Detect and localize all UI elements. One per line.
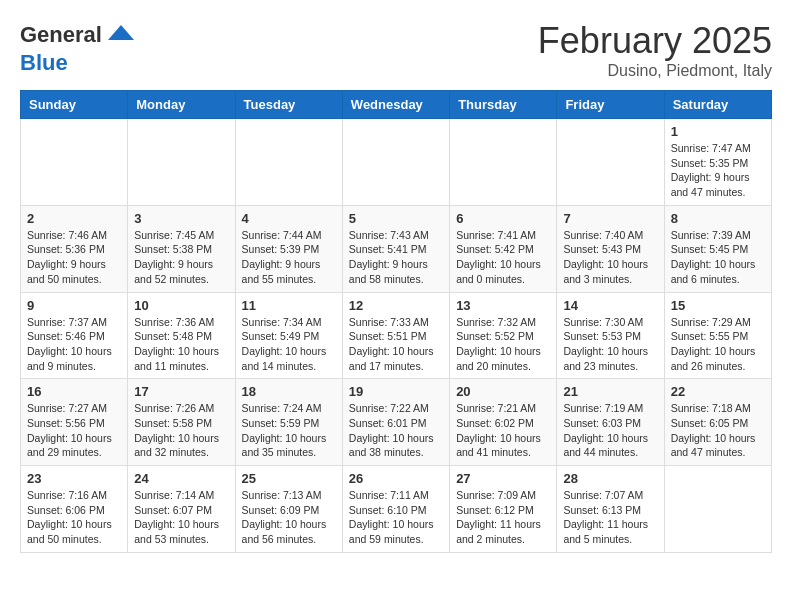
- calendar-cell: [21, 119, 128, 206]
- day-info: Sunrise: 7:26 AM Sunset: 5:58 PM Dayligh…: [134, 401, 228, 460]
- calendar-cell: 13Sunrise: 7:32 AM Sunset: 5:52 PM Dayli…: [450, 292, 557, 379]
- calendar-cell: 10Sunrise: 7:36 AM Sunset: 5:48 PM Dayli…: [128, 292, 235, 379]
- calendar-week-row: 2Sunrise: 7:46 AM Sunset: 5:36 PM Daylig…: [21, 205, 772, 292]
- day-number: 1: [671, 124, 765, 139]
- calendar-cell: [450, 119, 557, 206]
- day-info: Sunrise: 7:24 AM Sunset: 5:59 PM Dayligh…: [242, 401, 336, 460]
- day-info: Sunrise: 7:30 AM Sunset: 5:53 PM Dayligh…: [563, 315, 657, 374]
- calendar-week-row: 9Sunrise: 7:37 AM Sunset: 5:46 PM Daylig…: [21, 292, 772, 379]
- day-number: 3: [134, 211, 228, 226]
- day-number: 10: [134, 298, 228, 313]
- day-number: 21: [563, 384, 657, 399]
- day-info: Sunrise: 7:33 AM Sunset: 5:51 PM Dayligh…: [349, 315, 443, 374]
- weekday-header-tuesday: Tuesday: [235, 91, 342, 119]
- calendar-cell: 2Sunrise: 7:46 AM Sunset: 5:36 PM Daylig…: [21, 205, 128, 292]
- logo-icon: [106, 20, 136, 50]
- calendar-cell: 1Sunrise: 7:47 AM Sunset: 5:35 PM Daylig…: [664, 119, 771, 206]
- day-number: 26: [349, 471, 443, 486]
- calendar-cell: 9Sunrise: 7:37 AM Sunset: 5:46 PM Daylig…: [21, 292, 128, 379]
- calendar-cell: 4Sunrise: 7:44 AM Sunset: 5:39 PM Daylig…: [235, 205, 342, 292]
- day-number: 18: [242, 384, 336, 399]
- calendar-week-row: 23Sunrise: 7:16 AM Sunset: 6:06 PM Dayli…: [21, 466, 772, 553]
- day-number: 6: [456, 211, 550, 226]
- calendar-cell: 5Sunrise: 7:43 AM Sunset: 5:41 PM Daylig…: [342, 205, 449, 292]
- weekday-header-monday: Monday: [128, 91, 235, 119]
- day-number: 8: [671, 211, 765, 226]
- calendar-cell: 17Sunrise: 7:26 AM Sunset: 5:58 PM Dayli…: [128, 379, 235, 466]
- calendar-cell: 15Sunrise: 7:29 AM Sunset: 5:55 PM Dayli…: [664, 292, 771, 379]
- calendar-week-row: 16Sunrise: 7:27 AM Sunset: 5:56 PM Dayli…: [21, 379, 772, 466]
- calendar-cell: [664, 466, 771, 553]
- day-number: 15: [671, 298, 765, 313]
- calendar-cell: 20Sunrise: 7:21 AM Sunset: 6:02 PM Dayli…: [450, 379, 557, 466]
- day-info: Sunrise: 7:47 AM Sunset: 5:35 PM Dayligh…: [671, 141, 765, 200]
- weekday-header-friday: Friday: [557, 91, 664, 119]
- day-info: Sunrise: 7:46 AM Sunset: 5:36 PM Dayligh…: [27, 228, 121, 287]
- day-info: Sunrise: 7:22 AM Sunset: 6:01 PM Dayligh…: [349, 401, 443, 460]
- day-info: Sunrise: 7:32 AM Sunset: 5:52 PM Dayligh…: [456, 315, 550, 374]
- day-number: 28: [563, 471, 657, 486]
- calendar-cell: [128, 119, 235, 206]
- day-number: 13: [456, 298, 550, 313]
- calendar-cell: 21Sunrise: 7:19 AM Sunset: 6:03 PM Dayli…: [557, 379, 664, 466]
- logo-general-text: General: [20, 22, 102, 48]
- calendar-cell: 19Sunrise: 7:22 AM Sunset: 6:01 PM Dayli…: [342, 379, 449, 466]
- day-number: 22: [671, 384, 765, 399]
- calendar-cell: 27Sunrise: 7:09 AM Sunset: 6:12 PM Dayli…: [450, 466, 557, 553]
- day-info: Sunrise: 7:36 AM Sunset: 5:48 PM Dayligh…: [134, 315, 228, 374]
- calendar-cell: [557, 119, 664, 206]
- day-info: Sunrise: 7:11 AM Sunset: 6:10 PM Dayligh…: [349, 488, 443, 547]
- calendar-cell: [235, 119, 342, 206]
- calendar-cell: 6Sunrise: 7:41 AM Sunset: 5:42 PM Daylig…: [450, 205, 557, 292]
- logo-blue-text: Blue: [20, 50, 68, 76]
- calendar-cell: [342, 119, 449, 206]
- day-info: Sunrise: 7:27 AM Sunset: 5:56 PM Dayligh…: [27, 401, 121, 460]
- month-title: February 2025: [538, 20, 772, 62]
- weekday-header-wednesday: Wednesday: [342, 91, 449, 119]
- day-info: Sunrise: 7:19 AM Sunset: 6:03 PM Dayligh…: [563, 401, 657, 460]
- calendar-cell: 16Sunrise: 7:27 AM Sunset: 5:56 PM Dayli…: [21, 379, 128, 466]
- weekday-header-thursday: Thursday: [450, 91, 557, 119]
- day-number: 24: [134, 471, 228, 486]
- day-number: 4: [242, 211, 336, 226]
- calendar-cell: 25Sunrise: 7:13 AM Sunset: 6:09 PM Dayli…: [235, 466, 342, 553]
- day-number: 2: [27, 211, 121, 226]
- weekday-header-row: SundayMondayTuesdayWednesdayThursdayFrid…: [21, 91, 772, 119]
- day-info: Sunrise: 7:34 AM Sunset: 5:49 PM Dayligh…: [242, 315, 336, 374]
- calendar-cell: 24Sunrise: 7:14 AM Sunset: 6:07 PM Dayli…: [128, 466, 235, 553]
- day-info: Sunrise: 7:13 AM Sunset: 6:09 PM Dayligh…: [242, 488, 336, 547]
- day-info: Sunrise: 7:41 AM Sunset: 5:42 PM Dayligh…: [456, 228, 550, 287]
- day-info: Sunrise: 7:09 AM Sunset: 6:12 PM Dayligh…: [456, 488, 550, 547]
- day-number: 16: [27, 384, 121, 399]
- title-block: February 2025 Dusino, Piedmont, Italy: [538, 20, 772, 80]
- day-info: Sunrise: 7:40 AM Sunset: 5:43 PM Dayligh…: [563, 228, 657, 287]
- calendar-cell: 12Sunrise: 7:33 AM Sunset: 5:51 PM Dayli…: [342, 292, 449, 379]
- day-info: Sunrise: 7:39 AM Sunset: 5:45 PM Dayligh…: [671, 228, 765, 287]
- day-info: Sunrise: 7:45 AM Sunset: 5:38 PM Dayligh…: [134, 228, 228, 287]
- day-info: Sunrise: 7:43 AM Sunset: 5:41 PM Dayligh…: [349, 228, 443, 287]
- calendar-cell: 8Sunrise: 7:39 AM Sunset: 5:45 PM Daylig…: [664, 205, 771, 292]
- weekday-header-saturday: Saturday: [664, 91, 771, 119]
- calendar-cell: 14Sunrise: 7:30 AM Sunset: 5:53 PM Dayli…: [557, 292, 664, 379]
- day-number: 17: [134, 384, 228, 399]
- weekday-header-sunday: Sunday: [21, 91, 128, 119]
- day-number: 19: [349, 384, 443, 399]
- day-info: Sunrise: 7:14 AM Sunset: 6:07 PM Dayligh…: [134, 488, 228, 547]
- calendar-cell: 7Sunrise: 7:40 AM Sunset: 5:43 PM Daylig…: [557, 205, 664, 292]
- location: Dusino, Piedmont, Italy: [538, 62, 772, 80]
- day-info: Sunrise: 7:44 AM Sunset: 5:39 PM Dayligh…: [242, 228, 336, 287]
- page-header: General Blue February 2025 Dusino, Piedm…: [20, 20, 772, 80]
- day-number: 5: [349, 211, 443, 226]
- day-info: Sunrise: 7:07 AM Sunset: 6:13 PM Dayligh…: [563, 488, 657, 547]
- day-info: Sunrise: 7:29 AM Sunset: 5:55 PM Dayligh…: [671, 315, 765, 374]
- day-info: Sunrise: 7:18 AM Sunset: 6:05 PM Dayligh…: [671, 401, 765, 460]
- svg-marker-0: [108, 25, 134, 40]
- day-number: 20: [456, 384, 550, 399]
- day-number: 14: [563, 298, 657, 313]
- day-info: Sunrise: 7:37 AM Sunset: 5:46 PM Dayligh…: [27, 315, 121, 374]
- calendar-cell: 23Sunrise: 7:16 AM Sunset: 6:06 PM Dayli…: [21, 466, 128, 553]
- day-number: 27: [456, 471, 550, 486]
- day-number: 25: [242, 471, 336, 486]
- day-info: Sunrise: 7:21 AM Sunset: 6:02 PM Dayligh…: [456, 401, 550, 460]
- logo: General Blue: [20, 20, 136, 76]
